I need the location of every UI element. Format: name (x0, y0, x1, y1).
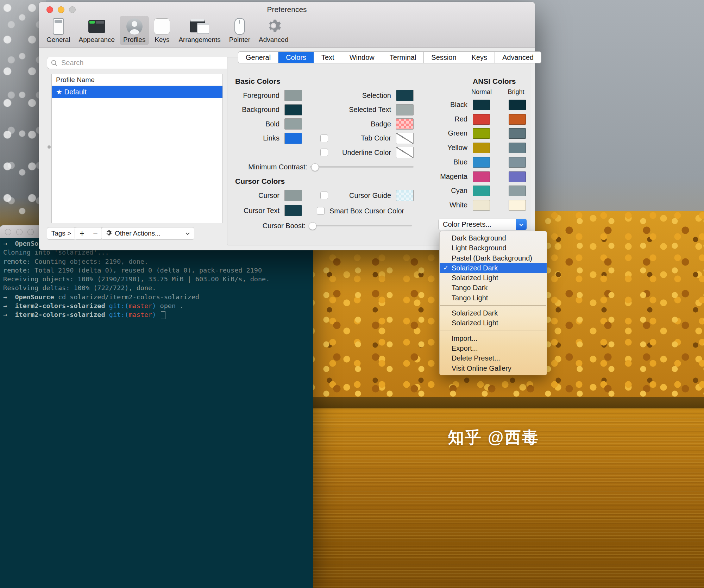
checkbox-smart-box-cursor-color[interactable] (317, 207, 325, 215)
cursor-boost-slider[interactable] (309, 220, 412, 231)
slider-knob[interactable] (311, 163, 319, 171)
add-profile-button[interactable]: + (75, 227, 89, 240)
remove-profile-button[interactable]: − (88, 227, 103, 240)
tab-colors[interactable]: Colors (278, 52, 314, 63)
profile-row-default[interactable]: ★ Default (52, 86, 222, 98)
minimize-button[interactable] (58, 6, 64, 13)
toolbar-item-advanced[interactable]: Advanced (255, 16, 292, 45)
menu-item-2-pastel-dark-background[interactable]: Pastel (Dark Background) (440, 253, 547, 263)
color-well-cursor[interactable] (284, 190, 302, 201)
color-well-cursor-text[interactable] (284, 205, 302, 216)
ansi-normal-magenta[interactable] (473, 171, 490, 182)
color-well-cursor-guide[interactable] (396, 190, 414, 201)
other-actions-dropdown[interactable]: Other Actions... (101, 227, 194, 240)
menu-separator (440, 331, 546, 331)
ansi-normal-black[interactable] (473, 100, 490, 110)
terminal-zoom-button[interactable] (27, 229, 34, 235)
color-well-links[interactable] (284, 133, 302, 144)
menu-item-13-delete-preset[interactable]: Delete Preset... (440, 353, 547, 363)
ansi-bright-yellow[interactable] (509, 143, 526, 153)
menu-item-11-import[interactable]: Import... (440, 333, 547, 343)
tab-text[interactable]: Text (314, 52, 342, 63)
ansi-bright-magenta[interactable] (509, 171, 526, 182)
terminal-window[interactable]: → OpenSouCloning into 'solarized'...remo… (0, 225, 313, 588)
ansi-normal-cyan[interactable] (473, 186, 490, 196)
basic-label-selection: Selection (320, 92, 391, 100)
terminal-line: remote: Counting objects: 2190, done. (3, 257, 313, 266)
ansi-normal-red[interactable] (473, 114, 490, 125)
toolbar-item-general[interactable]: General (43, 16, 74, 45)
menu-item-9-solarized-light[interactable]: Solarized Light (440, 318, 547, 328)
tab-general[interactable]: General (238, 52, 278, 63)
menu-separator (440, 305, 546, 306)
tab-advanced[interactable]: Advanced (495, 52, 541, 63)
toolbar-item-pointer[interactable]: Pointer (226, 16, 254, 45)
ansi-normal-white[interactable] (473, 200, 490, 211)
menu-item-label: Solarized Dark (452, 264, 498, 272)
color-well-foreground[interactable] (284, 90, 302, 101)
ansi-bright-red[interactable] (509, 114, 526, 125)
checkbox-cursor-guide[interactable] (320, 192, 328, 199)
ansi-normal-blue[interactable] (473, 157, 490, 168)
advanced-label: Advanced (259, 36, 289, 44)
terminal-minimize-button[interactable] (16, 229, 23, 235)
menu-item-0-dark-background[interactable]: Dark Background (440, 233, 547, 243)
close-button[interactable] (46, 6, 53, 13)
minimum-contrast-slider[interactable] (310, 161, 414, 173)
tab-window[interactable]: Window (342, 52, 382, 63)
menu-item-4-solarized-light[interactable]: Solarized Light (440, 273, 547, 283)
color-well-badge[interactable] (396, 118, 414, 130)
splitter-handle[interactable] (48, 145, 51, 149)
ansi-normal-green[interactable] (473, 128, 490, 139)
color-presets-dropdown[interactable]: Color Presets... (438, 219, 527, 230)
ansi-label-black: Black (419, 100, 467, 110)
tab-session[interactable]: Session (424, 52, 464, 63)
ansi-normal-yellow[interactable] (473, 143, 490, 153)
advanced-icon (265, 18, 282, 35)
basic-label-selected-text: Selected Text (320, 106, 391, 114)
color-well-tab-color[interactable] (396, 133, 414, 144)
search-field[interactable] (47, 57, 230, 69)
menu-item-6-tango-light[interactable]: Tango Light (440, 293, 547, 303)
ansi-label-yellow: Yellow (419, 143, 467, 152)
color-well-background[interactable] (284, 104, 302, 115)
basic-label-tab-color: Tab Color (333, 134, 391, 142)
tab-terminal[interactable]: Terminal (382, 52, 424, 63)
toolbar-item-profiles[interactable]: Profiles (120, 16, 149, 45)
keys-icon (154, 18, 170, 35)
color-well-underline-color[interactable] (396, 147, 414, 158)
menu-item-label: Tango Dark (452, 284, 488, 292)
tags-button[interactable]: Tags > (47, 227, 76, 240)
ansi-bright-black[interactable] (509, 100, 526, 110)
slider-knob[interactable] (309, 222, 316, 230)
checkbox-underline-color[interactable] (320, 149, 328, 156)
menu-item-label: Pastel (Dark Background) (452, 254, 532, 262)
terminal-close-button[interactable] (5, 229, 11, 235)
menu-item-14-visit-online-gallery[interactable]: Visit Online Gallery (440, 363, 547, 373)
ansi-bright-green[interactable] (509, 128, 526, 139)
color-well-selected-text[interactable] (396, 104, 414, 115)
menu-item-label: Dark Background (452, 234, 506, 242)
basic-label-underline-color: Underline Color (333, 149, 391, 157)
toolbar-item-arrangements[interactable]: Arrangements (175, 16, 224, 45)
toolbar-item-keys[interactable]: Keys (150, 16, 174, 45)
menu-item-5-tango-dark[interactable]: Tango Dark (440, 283, 547, 293)
preferences-toolbar: GeneralAppearanceProfilesKeysArrangement… (43, 16, 292, 45)
menu-item-3-solarized-dark[interactable]: ✓Solarized Dark (440, 263, 547, 273)
menu-item-1-light-background[interactable]: Light Background (440, 243, 547, 253)
cursor-cursor-guide: Cursor Guide (320, 190, 414, 201)
ansi-bright-blue[interactable] (509, 157, 526, 168)
menu-item-8-solarized-dark[interactable]: Solarized Dark (440, 308, 547, 318)
color-well-selection[interactable] (396, 90, 414, 101)
ansi-bright-white[interactable] (509, 200, 526, 211)
menu-item-12-export[interactable]: Export... (440, 343, 547, 353)
toolbar-item-appearance[interactable]: Appearance (75, 16, 118, 45)
ansi-bright-cyan[interactable] (509, 186, 526, 196)
zoom-button[interactable] (69, 6, 76, 13)
tab-keys[interactable]: Keys (464, 52, 495, 63)
search-input[interactable] (61, 58, 226, 67)
window-title: Preferences (39, 5, 535, 14)
color-well-bold[interactable] (284, 118, 302, 130)
basic-label-links: Links (222, 134, 279, 142)
checkbox-tab-color[interactable] (320, 135, 328, 142)
